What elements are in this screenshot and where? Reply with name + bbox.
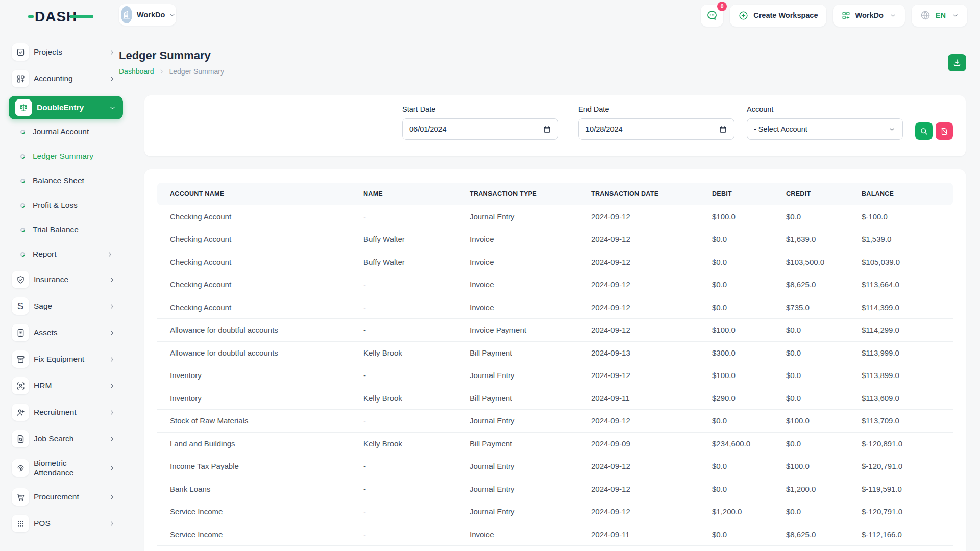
top-right-actions: 0 Create Workspace WorkDo EN <box>701 4 967 27</box>
table-cell: Bill Payment <box>457 432 578 455</box>
table-cell: 2024-09-12 <box>578 410 699 433</box>
sidebar-item-procurement[interactable]: Procurement <box>0 484 133 510</box>
table-cell: 2024-09-12 <box>578 228 699 251</box>
table-cell: $-112,166.0 <box>849 523 953 546</box>
table-row[interactable]: Checking Account-Invoice2024-09-12$0.0$7… <box>157 296 953 319</box>
table-cell: Invoice <box>457 251 578 273</box>
sidebar-subitem-label: Journal Account <box>33 127 107 136</box>
table-row[interactable]: Bank Loans-Journal Entry2024-09-12$0.0$1… <box>157 478 953 500</box>
table-cell: $0.0 <box>773 364 849 387</box>
sidebar-item-fix-equipment[interactable]: Fix Equipment <box>0 346 133 372</box>
create-workspace-button[interactable]: Create Workspace <box>730 5 826 27</box>
apply-filter-button[interactable] <box>915 122 933 140</box>
table-row[interactable]: Service Income-Invoice2024-09-11$0.0$8,6… <box>157 523 953 546</box>
workspace-switcher[interactable]: WorkDo <box>119 4 176 26</box>
table-cell: $100.0 <box>699 364 773 387</box>
sidebar-subitem-label: Ledger Summary <box>33 152 107 161</box>
sidebar-item-assets[interactable]: Assets <box>0 319 133 346</box>
table-cell: 2024-09-11 <box>578 387 699 410</box>
table-row[interactable]: Allowance for doubtful accountsKelly Bro… <box>157 341 953 364</box>
bullet-icon <box>20 203 26 208</box>
table-cell: $103,500.0 <box>773 251 849 273</box>
sidebar-subitem-trial-balance[interactable]: Trial Balance <box>0 217 133 242</box>
table-cell: Bill Payment <box>457 387 578 410</box>
calendar-icon[interactable] <box>543 125 551 134</box>
chevron-right-icon <box>108 303 116 310</box>
column-header: ACCOUNT NAME <box>157 183 351 205</box>
table-cell: Inventory <box>157 364 351 387</box>
start-date-input[interactable]: 06/01/2024 <box>402 118 558 140</box>
sidebar-subitem-journal-account[interactable]: Journal Account <box>0 119 133 144</box>
dash-logo[interactable]: DASH <box>28 8 100 24</box>
table-row[interactable]: Allowance for doubtful accounts-Invoice … <box>157 319 953 342</box>
sidebar-subitem-profit-loss[interactable]: Profit & Loss <box>0 193 133 217</box>
table-cell: Checking Account <box>157 251 351 273</box>
chevron-right-icon <box>106 251 114 258</box>
account-select[interactable]: - Select Account <box>747 118 903 140</box>
table-row[interactable]: Checking Account-Invoice2024-09-12$0.0$8… <box>157 273 953 296</box>
sidebar-item-recruitment[interactable]: Recruitment <box>0 399 133 425</box>
chevron-right-icon <box>108 493 116 501</box>
table-row[interactable]: Checking AccountBuffy WalterInvoice2024-… <box>157 251 953 273</box>
language-selector[interactable]: EN <box>912 5 967 27</box>
table-row[interactable]: Inventory-Journal Entry2024-09-12$100.0$… <box>157 364 953 387</box>
start-date-group: Start Date 06/01/2024 <box>402 105 558 140</box>
table-cell: 2024-09-12 <box>578 500 699 523</box>
sidebar-item-sage[interactable]: SSage <box>0 293 133 319</box>
chevron-right-icon <box>108 382 116 390</box>
workspace-avatar-building-icon <box>121 6 132 23</box>
column-header: DEBIT <box>699 183 773 205</box>
breadcrumb-dashboard-link[interactable]: Dashboard <box>119 67 154 76</box>
chevron-right-icon <box>108 356 116 363</box>
sidebar-item-accounting[interactable]: Accounting <box>0 65 133 92</box>
reset-filter-button[interactable] <box>936 122 953 140</box>
sidebar-item-hrm[interactable]: HRM <box>0 372 133 399</box>
sidebar-item-label: Biometric Attendance <box>34 458 104 478</box>
calendar-icon[interactable] <box>719 125 727 134</box>
chat-icon <box>706 9 718 21</box>
sidebar-item-insurance[interactable]: Insurance <box>0 266 133 293</box>
sidebar-item-doubleentry[interactable]: DoubleEntry <box>9 96 123 119</box>
table-cell: $0.0 <box>773 500 849 523</box>
chevron-down-icon <box>889 12 897 19</box>
sidebar-item-label: HRM <box>34 381 104 390</box>
table-cell: - <box>351 364 457 387</box>
table-cell: 2024-09-12 <box>578 251 699 273</box>
table-cell: - <box>351 523 457 546</box>
sidebar-item-pos[interactable]: POS <box>0 510 133 537</box>
table-row[interactable]: Checking AccountBuffy WalterInvoice2024-… <box>157 228 953 251</box>
chevron-right-icon <box>108 520 116 528</box>
table-cell: Journal Entry <box>457 500 578 523</box>
chevron-down-icon <box>109 104 116 112</box>
table-cell: $-120,791.0 <box>849 455 953 478</box>
table-row[interactable]: Checking Account-Journal Entry2024-09-12… <box>157 205 953 228</box>
messages-button[interactable]: 0 <box>701 5 723 27</box>
table-row[interactable]: InventoryKelly BrookBill Payment2024-09-… <box>157 387 953 410</box>
sidebar-item-label: Sage <box>34 301 104 311</box>
table-cell: Land and Buildings <box>157 432 351 455</box>
table-cell: - <box>351 500 457 523</box>
table-cell: $234,600.0 <box>699 432 773 455</box>
workdo-menu-button[interactable]: WorkDo <box>833 5 905 27</box>
sidebar-item-job-search[interactable]: Job Search <box>0 425 133 452</box>
sidebar-item-biometric-attendance[interactable]: Biometric Attendance <box>0 452 133 484</box>
chevron-down-icon <box>888 126 896 133</box>
table-row[interactable]: Service Income-Journal Entry2024-09-12$1… <box>157 500 953 523</box>
sidebar-subitem-balance-sheet[interactable]: Balance Sheet <box>0 168 133 193</box>
table-row[interactable]: Land and BuildingsKelly BrookBill Paymen… <box>157 432 953 455</box>
end-date-label: End Date <box>578 105 734 113</box>
sidebar-item-label: DoubleEntry <box>37 103 84 112</box>
column-header: TRANSACTION DATE <box>578 183 699 205</box>
sidebar-subitem-label: Report <box>33 249 107 259</box>
sidebar-item-projects[interactable]: Projects <box>0 39 133 65</box>
table-row[interactable]: Stock of Raw Materials-Journal Entry2024… <box>157 410 953 433</box>
sidebar-subitem-report[interactable]: Report <box>0 242 133 266</box>
download-button[interactable] <box>948 54 966 71</box>
end-date-input[interactable]: 10/28/2024 <box>578 118 734 140</box>
sidebar-subitem-ledger-summary[interactable]: Ledger Summary <box>0 144 133 168</box>
chevron-right-icon <box>108 75 116 83</box>
table-row[interactable]: Income Tax Payable-Journal Entry2024-09-… <box>157 455 953 478</box>
table-cell: Service Income <box>157 500 351 523</box>
filter-card: Start Date 06/01/2024 End Date 10/28/202… <box>144 95 966 156</box>
table-cell: $100.0 <box>773 455 849 478</box>
